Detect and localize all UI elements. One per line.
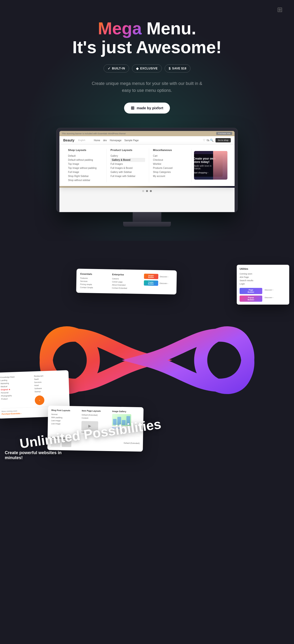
badge-save-label: SAVE $18: [172, 67, 186, 70]
product-item-fullimages-boxed[interactable]: Full Images & Boxed: [111, 166, 145, 170]
hero-badges: ✓ BUILT-IN ◆ EXCLUSIVE $ SAVE $18: [104, 64, 191, 72]
ess-contact[interactable]: Contact Simple: [80, 286, 109, 290]
badge-header-discover[interactable]: Discover ›: [160, 276, 168, 278]
dollar-icon: $: [169, 66, 171, 70]
monitor-screen: This stunning banner is included with Es…: [59, 131, 235, 212]
orange-circle: +: [35, 395, 44, 405]
nav-samplepage[interactable]: Sample Page: [124, 139, 139, 142]
badge-header-builder[interactable]: HeaderBuilder: [144, 274, 158, 279]
shop-item-default[interactable]: Default: [68, 154, 103, 158]
nav-icons: ♡ 🛍 🔍: [203, 138, 214, 142]
slider-dots: [59, 188, 235, 194]
infinite-section: Unlimited Possibilities Utilities Coming…: [0, 241, 294, 484]
shop-item-topimage[interactable]: Top Image: [68, 162, 103, 166]
shop-item-fullimage[interactable]: Full Image: [68, 170, 103, 174]
badge-page-builder[interactable]: PageBuilder: [240, 288, 262, 294]
misc-myaccount[interactable]: My account: [153, 174, 188, 178]
misc-checkout[interactable]: Checkout: [153, 158, 188, 162]
badge-footer-discover[interactable]: Discover ›: [159, 282, 168, 284]
badge-popup-discover[interactable]: Discover ›: [264, 296, 286, 302]
utilities-heading: Utilities: [240, 268, 286, 270]
misc-carousel[interactable]: Products Carousel: [153, 166, 188, 170]
product-item-gallery-sidebar[interactable]: Gallery with Sidebar: [111, 170, 145, 174]
enterprise-heading: Enterprise: [112, 273, 141, 276]
nav-dev[interactable]: dev: [103, 139, 107, 142]
badge-builtin-label: BUILT-IN: [112, 67, 125, 70]
blog-lastimage2[interactable]: Last image: [51, 422, 79, 426]
shop-item-nosidebar[interactable]: Shop without sidebar: [68, 178, 103, 182]
create-powerful-text: Create powerful websites in minutes!: [5, 450, 76, 460]
util-login[interactable]: Login: [240, 282, 286, 286]
mega-col-store: Create your own store today! Made with l…: [192, 148, 230, 182]
util-404[interactable]: 404 Page: [240, 276, 286, 279]
util-search[interactable]: Search results: [240, 279, 286, 282]
misc-categories[interactable]: Shop Categories: [153, 170, 188, 174]
hero-subtitle: Create unique mega menus for your site w…: [87, 80, 207, 94]
portfolio-select[interactable]: Default (Extended): [124, 442, 140, 444]
product-item-gallery[interactable]: Gallery: [111, 154, 145, 158]
nav-home[interactable]: Home: [94, 139, 100, 142]
badge-popup-builder[interactable]: PopupBuilder: [240, 296, 262, 302]
stand-base: [123, 222, 171, 226]
product-item-fullimage-sidebar[interactable]: Full Image with Sidebar: [111, 174, 145, 178]
badge-footer-builder[interactable]: FooterBuilder: [144, 280, 158, 286]
blog-layouts-heading: Blog Post Layouts: [51, 409, 79, 412]
shop-item-topimage-nopadding[interactable]: Top Image without padding: [68, 166, 103, 170]
essentials-heading: Essentials: [80, 273, 109, 276]
made-by-button[interactable]: ⊞ made by pixfort: [124, 102, 170, 114]
nav-bar: Beauty English Home dev Homepage Sample …: [59, 136, 235, 145]
nav-logo: Beauty: [63, 138, 75, 142]
monitor-frame: This stunning banner is included with Es…: [56, 128, 238, 212]
hero-title: Mega Menu. It's just Awesome!: [72, 19, 221, 57]
misc-cart[interactable]: Cart: [153, 154, 188, 158]
badge-save: $ SAVE $18: [165, 64, 190, 72]
badge-page-discover[interactable]: Discover ›: [264, 288, 286, 294]
shop-item-default-nopadding[interactable]: Default without padding: [68, 158, 103, 162]
purchase-link[interactable]: Purchase now: [216, 132, 232, 135]
stand-neck: [133, 212, 161, 222]
item-layouts-heading: Item Page Layouts: [82, 410, 110, 412]
store-card-link[interactable]: Start shopping: [194, 172, 208, 174]
pixfort-icon: ⊞: [131, 106, 134, 111]
shop-layouts-heading: Shop Layouts: [68, 148, 103, 152]
util-comingsoon[interactable]: Coming soon: [240, 272, 286, 276]
product-item-fullimages[interactable]: Full Images: [111, 162, 145, 166]
dot-1[interactable]: [142, 190, 144, 192]
product-layouts-heading: Product Layouts: [111, 148, 145, 152]
monitor-wrapper: This stunning banner is included with Es…: [56, 128, 238, 226]
item-content[interactable]: Content: [82, 416, 110, 420]
mega-menu-container: Shop Layouts Default Default without pad…: [59, 145, 235, 188]
shop-item-rightsidebar[interactable]: Shop Right Sidebar: [68, 174, 103, 178]
check-icon: ✓: [108, 66, 111, 70]
product-item-gallery-boxed[interactable]: Gallery & Boxed: [111, 158, 145, 162]
ent-contact[interactable]: Contact Extended: [112, 286, 141, 290]
center-menu-card: Essentials Features Services Pricing sim…: [76, 268, 177, 294]
mega-col-product: Product Layouts Gallery Gallery & Boxed …: [107, 148, 149, 182]
misc-wishlist[interactable]: Wishlist: [153, 162, 188, 166]
nav-links: Home dev Homepage Sample Page: [94, 139, 139, 142]
topbar-text: This stunning banner is included with Es…: [62, 132, 126, 135]
nav-homepage[interactable]: Homepage: [110, 139, 121, 142]
mega-col-shop: Shop Layouts Default Default without pad…: [64, 148, 107, 182]
dot-2[interactable]: [146, 190, 148, 192]
dot-3[interactable]: [150, 190, 152, 192]
diamond-icon: ◆: [136, 66, 139, 70]
topbar: This stunning banner is included with Es…: [59, 131, 235, 136]
hero-section: ⊞ Mega Menu. It's just Awesome! ✓ BUILT-…: [0, 0, 294, 241]
badge-builtin: ✓ BUILT-IN: [104, 64, 129, 72]
nav-cta[interactable]: Go to shop: [215, 138, 231, 142]
nav-lang: English: [78, 139, 85, 142]
mega-menu: Shop Layouts Default Default without pad…: [59, 145, 235, 186]
misc-heading: Miscellaneous: [153, 148, 188, 152]
utilities-card: Utilities Coming soon 404 Page Search re…: [237, 265, 289, 304]
badge-exclusive: ◆ EXCLUSIVE: [132, 64, 162, 72]
mega-col-misc: Miscellaneous Cart Checkout Wishlist Pro…: [149, 148, 192, 182]
image-gallery-heading: Image Gallery: [112, 410, 140, 413]
brand-icon: ⊞: [277, 6, 282, 14]
hero-mega-word: Mega: [98, 19, 142, 38]
made-by-label: made by pixfort: [137, 106, 163, 110]
badge-exclusive-label: EXCLUSIVE: [140, 67, 158, 70]
monitor-stand: [56, 212, 238, 226]
